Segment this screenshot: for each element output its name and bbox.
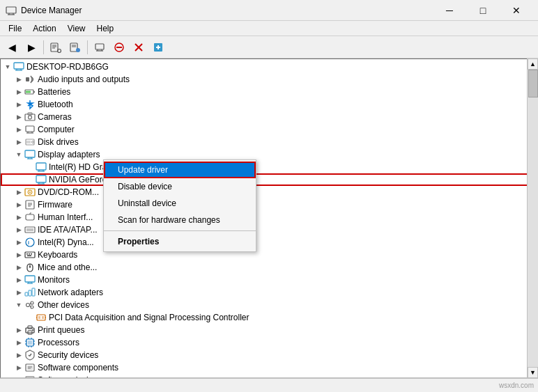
tree-network[interactable]: ▶ Network adapters <box>1 286 537 299</box>
svg-point-40 <box>32 141 34 143</box>
toolbar-uninstall[interactable] <box>130 38 148 56</box>
expander-software-comp[interactable]: ▶ <box>13 362 24 373</box>
tree-intel-dyn[interactable]: ▶ i Intel(R) Dyna... <box>1 236 537 249</box>
toolbar-sep-1 <box>43 40 44 54</box>
toolbar-properties[interactable] <box>47 38 65 56</box>
tree-proc[interactable]: ▶ Processors <box>1 336 537 349</box>
tree-audio[interactable]: ▶ Audio inputs and outputs <box>1 73 537 86</box>
expander-firmware[interactable]: ▶ <box>13 199 24 210</box>
app-icon <box>6 5 17 16</box>
tree-firmware[interactable]: ▶ Firmware <box>1 198 537 211</box>
disk-icon <box>24 136 36 148</box>
tree-disk[interactable]: ▶ Disk drives <box>1 136 537 148</box>
device-tree[interactable]: ▼ DESKTOP-RDJB6GG ▶ <box>0 58 538 378</box>
expander-bluetooth[interactable]: ▶ <box>13 99 24 110</box>
tree-ide-label: IDE ATA/ATAP... <box>38 225 98 235</box>
expander-audio[interactable]: ▶ <box>13 74 24 85</box>
tree-human[interactable]: ▶ Human Interf... <box>1 211 537 224</box>
toolbar-update[interactable] <box>66 38 84 56</box>
context-menu-uninstall[interactable]: Uninstall device <box>104 195 256 212</box>
tree-display[interactable]: ▼ Display adapters <box>1 148 537 161</box>
firmware-icon <box>24 199 36 210</box>
tree-other[interactable]: ▼ Other devices <box>1 299 537 311</box>
expander-proc[interactable]: ▶ <box>13 337 24 348</box>
tree-mice[interactable]: ▶ Mice and othe... <box>1 261 537 274</box>
tree-security[interactable]: ▶ Security devices <box>1 349 537 361</box>
toolbar-scan[interactable] <box>91 38 109 56</box>
expander-intel-dyn[interactable]: ▶ <box>13 237 24 248</box>
other-icon <box>24 299 36 311</box>
expander-monitors[interactable]: ▶ <box>13 274 24 285</box>
scrollbar[interactable]: ▲ ▼ <box>527 58 538 378</box>
tree-print[interactable]: ▶ Print queues <box>1 324 537 336</box>
status-bar: wsxdn.com <box>0 378 538 392</box>
svg-point-85 <box>26 304 30 307</box>
tree-nvidia[interactable]: ▶ NVIDIA GeForce 940M <box>1 173 537 186</box>
expander-dvd[interactable]: ▶ <box>13 187 24 198</box>
tree-computer[interactable]: ▶ Computer <box>1 123 537 136</box>
expander-print[interactable]: ▶ <box>13 324 24 336</box>
expander-cameras[interactable]: ▶ <box>13 111 24 123</box>
bluetooth-icon <box>24 99 36 110</box>
expander-disk[interactable]: ▶ <box>13 136 24 148</box>
context-menu-properties[interactable]: Properties <box>104 233 256 250</box>
scroll-down[interactable]: ▼ <box>528 367 538 378</box>
expander-network[interactable]: ▶ <box>13 287 24 298</box>
tree-pci[interactable]: ▶ PCI Data Acquisition and Signal Proces… <box>1 311 537 324</box>
toolbar-disable[interactable] <box>110 38 128 56</box>
expander-display[interactable]: ▼ <box>13 149 24 160</box>
svg-rect-70 <box>25 252 35 258</box>
minimize-button[interactable]: ─ <box>433 0 466 21</box>
expander-keyboards[interactable]: ▶ <box>13 249 24 260</box>
tree-software-comp-label: Software components <box>38 363 118 373</box>
scroll-track[interactable] <box>528 70 538 367</box>
close-button[interactable]: ✕ <box>500 0 532 21</box>
tree-display-label: Display adapters <box>38 150 100 159</box>
tree-dvd[interactable]: ▶ DVD/CD-ROM... <box>1 186 537 198</box>
menu-bar: File Action View Help <box>0 21 538 36</box>
expander-computer[interactable]: ▶ <box>13 124 24 135</box>
proc-icon <box>24 337 36 348</box>
svg-rect-92 <box>42 316 44 319</box>
menu-help[interactable]: Help <box>91 22 120 35</box>
tree-cameras[interactable]: ▶ Cameras <box>1 111 537 123</box>
tree-software-dev-label: Software devices <box>38 375 101 378</box>
context-menu-update-driver[interactable]: Update driver <box>104 162 256 178</box>
svg-rect-78 <box>25 276 35 282</box>
expander-other[interactable]: ▼ <box>13 299 24 311</box>
toolbar-forward[interactable]: ▶ <box>22 38 40 56</box>
menu-view[interactable]: View <box>62 22 91 35</box>
tree-keyboards[interactable]: ▶ Keyboards <box>1 249 537 261</box>
expander-software-dev[interactable]: ▶ <box>13 375 24 378</box>
svg-rect-84 <box>32 288 35 296</box>
svg-rect-83 <box>29 290 31 296</box>
tree-bluetooth-label: Bluetooth <box>38 100 73 109</box>
maximize-button[interactable]: □ <box>467 0 499 21</box>
toolbar-back[interactable]: ◀ <box>3 38 21 56</box>
security-icon <box>24 350 36 361</box>
tree-software-comp[interactable]: ▶ Software components <box>1 361 537 374</box>
menu-action[interactable]: Action <box>27 22 61 35</box>
expander-batteries[interactable]: ▶ <box>13 86 24 97</box>
computer-small-icon <box>24 124 36 135</box>
tree-ide[interactable]: ▶ IDE ATA/ATAP... <box>1 224 537 236</box>
tree-software-dev[interactable]: ▶ Software devices <box>1 374 537 378</box>
expander-root[interactable]: ▼ <box>2 61 13 72</box>
tree-monitors[interactable]: ▶ Monitors <box>1 274 537 286</box>
context-menu-disable[interactable]: Disable device <box>104 178 256 195</box>
scroll-up[interactable]: ▲ <box>528 58 538 70</box>
tree-bluetooth[interactable]: ▶ Bluetooth <box>1 98 537 111</box>
tree-root[interactable]: ▼ DESKTOP-RDJB6GG <box>1 61 537 73</box>
expander-human[interactable]: ▶ <box>13 212 24 223</box>
toolbar-add[interactable] <box>149 38 167 56</box>
scroll-thumb[interactable] <box>528 70 538 97</box>
tree-intel-hd[interactable]: ▶ Intel(R) HD Graphics 520 <box>1 161 537 173</box>
expander-mice[interactable]: ▶ <box>13 262 24 273</box>
context-menu-scan[interactable]: Scan for hardware changes <box>104 212 256 228</box>
svg-rect-31 <box>26 91 31 93</box>
menu-file[interactable]: File <box>3 22 27 35</box>
expander-ide[interactable]: ▶ <box>13 224 24 235</box>
tree-batteries[interactable]: ▶ Batteries <box>1 86 537 98</box>
svg-point-68 <box>26 238 34 246</box>
expander-security[interactable]: ▶ <box>13 350 24 361</box>
